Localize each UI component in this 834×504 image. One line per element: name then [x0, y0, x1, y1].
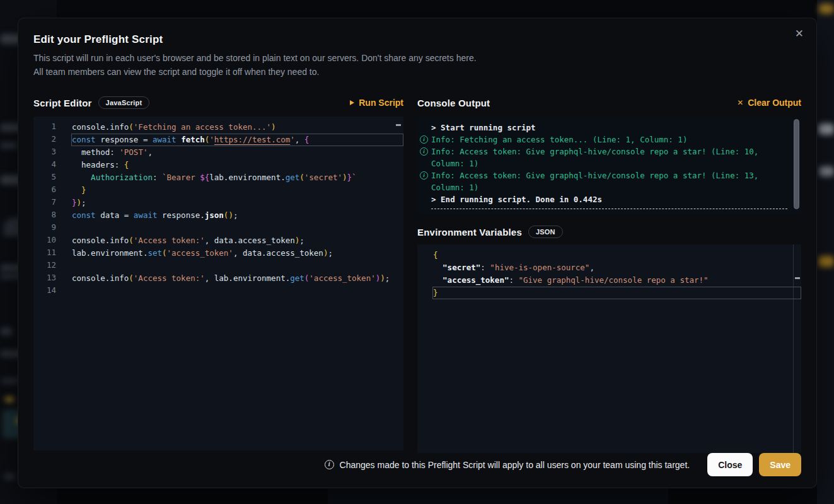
modal-footer: i Changes made to this Preflight Script …	[33, 453, 801, 476]
environment-variables-title: Environment Variables	[417, 227, 522, 238]
code-line: 10console.info('Access token:', data.acc…	[33, 234, 403, 247]
close-button[interactable]: Close	[707, 453, 753, 476]
code-line: 1console.info('Fetching an access token.…	[33, 121, 403, 134]
blurred-background-element	[0, 142, 18, 149]
console-output-panel[interactable]: > Start running scriptiInfo: Fetching an…	[417, 117, 801, 214]
line-number: 1	[33, 121, 56, 134]
line-number: 7	[33, 197, 56, 209]
code-line: 3 method: 'POST',	[33, 146, 403, 159]
modal-description-line1: This script will run in each user's brow…	[33, 51, 801, 65]
line-number: 4	[33, 159, 56, 171]
preflight-script-modal: ✕ Edit your Preflight Script This script…	[18, 18, 817, 488]
footer-notice-text: Changes made to this Preflight Script wi…	[340, 460, 690, 470]
code-line: 4 headers: {	[33, 159, 403, 171]
info-icon: i	[420, 147, 428, 156]
line-number: 13	[33, 272, 56, 285]
code-line: 7});	[33, 197, 403, 209]
line-number: 3	[33, 146, 56, 159]
close-icon[interactable]: ✕	[795, 28, 804, 39]
console-column: Console Output ✕ Clear Output > Start ru…	[417, 94, 801, 453]
code-line: 11lab.environment.set('access_token', da…	[33, 247, 403, 260]
code-line: "secret": "hive-is-open-source",	[417, 261, 801, 274]
clear-icon: ✕	[737, 98, 743, 107]
modal-description-line2: All team members can view the script and…	[33, 65, 801, 79]
console-entry: iInfo: Access token: Give graphql-hive/c…	[420, 146, 787, 169]
run-script-label: Run Script	[359, 98, 403, 108]
code-line: 2const response = await fetch('https://t…	[33, 134, 403, 146]
blurred-background-element	[819, 4, 834, 14]
line-number: 10	[33, 234, 56, 247]
line-number: 14	[33, 285, 56, 297]
line-number: 2	[33, 134, 56, 146]
blurred-background-element	[0, 328, 13, 335]
code-line: 8const data = await response.json();	[33, 209, 403, 222]
script-code-editor[interactable]: 1console.info('Fetching an access token.…	[33, 117, 403, 450]
blurred-background-element	[818, 256, 834, 267]
script-editor-title: Script Editor	[33, 98, 92, 108]
play-icon	[350, 100, 354, 105]
code-line: 5 Authorization: `Bearer ${lab.environme…	[33, 171, 403, 184]
clear-output-button[interactable]: ✕ Clear Output	[737, 98, 801, 108]
blurred-background-element	[4, 474, 15, 479]
line-number: 5	[33, 171, 56, 184]
blurred-background-element	[1, 378, 19, 384]
javascript-badge: JavaScript	[98, 96, 150, 109]
info-icon: i	[420, 171, 428, 180]
script-editor-column: Script Editor JavaScript Run Script 1con…	[33, 94, 403, 453]
code-line: 13console.info('Access token:', lab.envi…	[33, 272, 403, 285]
code-line: 14	[33, 285, 403, 297]
code-line: "access_token": "Give graphql-hive/conso…	[417, 274, 801, 287]
code-line: 6 }	[33, 184, 403, 197]
console-entry-text: Info: Access token: Give graphql-hive/co…	[431, 171, 763, 192]
line-number: 9	[33, 222, 56, 234]
line-number: 12	[33, 260, 56, 272]
blurred-background-element	[5, 397, 14, 402]
blurred-background-element	[818, 123, 834, 135]
clear-output-label: Clear Output	[748, 98, 801, 108]
blurred-background-element	[819, 166, 834, 176]
console-entry-text: Info: Access token: Give graphql-hive/co…	[431, 147, 763, 168]
info-icon: i	[325, 460, 334, 469]
code-line: {	[417, 249, 801, 261]
line-number: 8	[33, 209, 56, 222]
console-entry-text: Info: Fetching an access token... (Line:…	[431, 135, 687, 144]
console-entry-text: > End running script. Done in 0.442s	[431, 195, 602, 204]
blurred-background-element	[817, 0, 834, 504]
modal-title: Edit your Preflight Script	[33, 33, 801, 46]
console-separator	[431, 209, 787, 209]
run-script-button[interactable]: Run Script	[350, 98, 403, 108]
console-output-title: Console Output	[417, 98, 490, 108]
console-entry-text: > Start running script	[431, 123, 536, 132]
line-number: 11	[33, 247, 56, 260]
code-line: 12	[33, 260, 403, 272]
line-number: 6	[33, 184, 56, 197]
modal-description: This script will run in each user's brow…	[33, 51, 801, 79]
environment-variables-editor[interactable]: { "secret": "hive-is-open-source", "acce…	[417, 244, 801, 453]
info-icon: i	[420, 135, 428, 144]
console-entry: > Start running script	[420, 122, 787, 134]
console-entry: iInfo: Access token: Give graphql-hive/c…	[420, 169, 787, 193]
code-line: }	[417, 287, 801, 299]
console-entry: > End running script. Done in 0.442s	[420, 193, 787, 205]
save-button[interactable]: Save	[759, 453, 801, 476]
json-badge: JSON	[528, 226, 563, 238]
footer-notice: i Changes made to this Preflight Script …	[325, 460, 690, 470]
console-entry: iInfo: Fetching an access token... (Line…	[420, 134, 787, 146]
code-line: 9	[33, 222, 403, 234]
console-scrollbar[interactable]	[794, 119, 799, 209]
